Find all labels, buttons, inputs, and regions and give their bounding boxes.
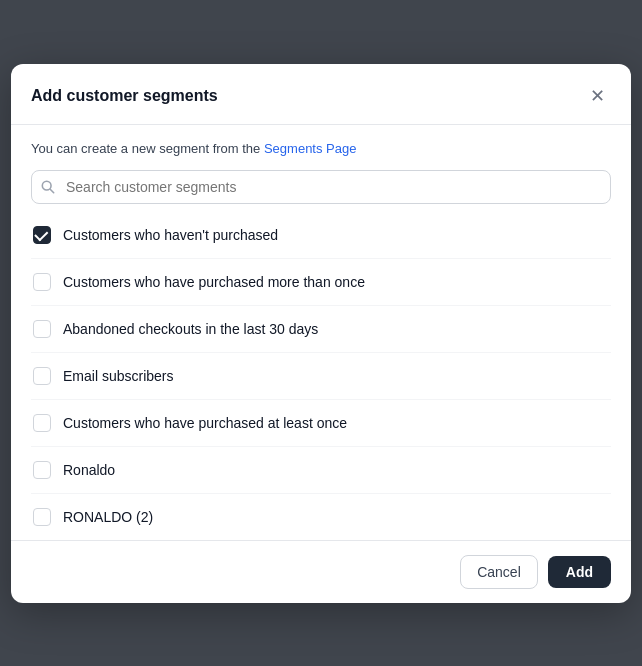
checkbox[interactable] (33, 461, 51, 479)
svg-line-1 (50, 189, 54, 193)
segment-label: Customers who have purchased at least on… (63, 415, 347, 431)
search-icon (41, 180, 55, 194)
add-button[interactable]: Add (548, 556, 611, 588)
checkbox[interactable] (33, 226, 51, 244)
list-item[interactable]: Customers who haven't purchased (31, 212, 611, 259)
list-item[interactable]: Ronaldo (31, 447, 611, 494)
checkbox[interactable] (33, 367, 51, 385)
search-input[interactable] (31, 170, 611, 204)
checkbox[interactable] (33, 508, 51, 526)
modal-title: Add customer segments (31, 87, 218, 105)
search-wrapper (31, 170, 611, 204)
segments-page-link[interactable]: Segments Page (264, 141, 357, 156)
segment-label: Email subscribers (63, 368, 173, 384)
list-item[interactable]: Customers who have purchased more than o… (31, 259, 611, 306)
list-item[interactable]: Abandoned checkouts in the last 30 days (31, 306, 611, 353)
checkbox[interactable] (33, 273, 51, 291)
modal-header: Add customer segments ✕ (11, 64, 631, 125)
cancel-button[interactable]: Cancel (460, 555, 538, 589)
segment-label: Abandoned checkouts in the last 30 days (63, 321, 318, 337)
segment-label: RONALDO (2) (63, 509, 153, 525)
segment-list: Customers who haven't purchasedCustomers… (31, 212, 611, 540)
list-item[interactable]: Customers who have purchased at least on… (31, 400, 611, 447)
segment-label: Ronaldo (63, 462, 115, 478)
checkbox[interactable] (33, 414, 51, 432)
segment-label: Customers who have purchased more than o… (63, 274, 365, 290)
list-item[interactable]: Email subscribers (31, 353, 611, 400)
info-text: You can create a new segment from the Se… (31, 141, 611, 156)
add-customer-segments-modal: Add customer segments ✕ You can create a… (11, 64, 631, 603)
modal-body: You can create a new segment from the Se… (11, 125, 631, 540)
segment-label: Customers who haven't purchased (63, 227, 278, 243)
checkbox[interactable] (33, 320, 51, 338)
list-item[interactable]: RONALDO (2) (31, 494, 611, 540)
close-button[interactable]: ✕ (583, 82, 611, 110)
modal-footer: Cancel Add (11, 540, 631, 603)
